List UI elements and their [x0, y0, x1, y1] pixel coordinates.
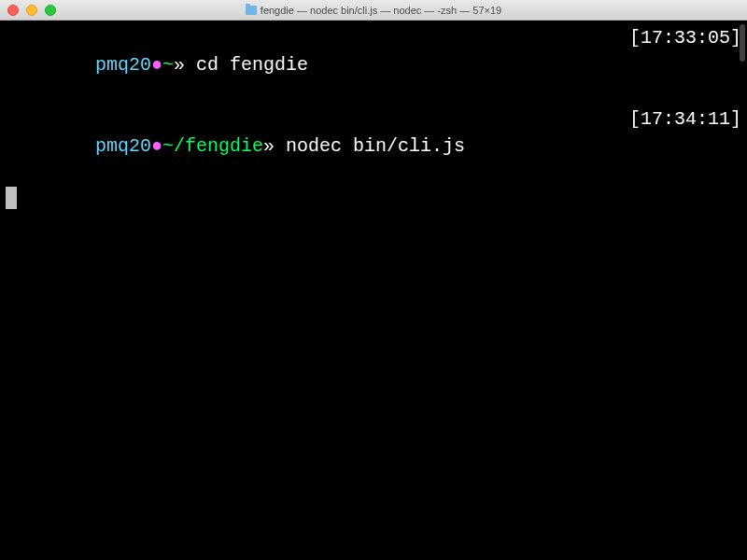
command-text: cd fengdie — [196, 54, 308, 76]
prompt-arrow: » — [174, 54, 196, 76]
prompt-dot: ● — [151, 135, 162, 157]
folder-icon — [246, 6, 257, 15]
prompt-user: pmq20 — [95, 54, 151, 76]
window-title-text: fengdie — nodec bin/cli.js — nodec — -zs… — [261, 5, 501, 16]
terminal-line — [6, 187, 741, 209]
prompt-user: pmq20 — [95, 135, 151, 157]
command-text: nodec bin/cli.js — [286, 135, 465, 157]
window-title: fengdie — nodec bin/cli.js — nodec — -zs… — [0, 5, 747, 16]
cursor — [6, 187, 17, 209]
timestamp: [17:33:05] — [629, 24, 741, 105]
terminal-window: fengdie — nodec bin/cli.js — nodec — -zs… — [0, 0, 747, 560]
terminal-body[interactable]: pmq20●~» cd fengdie [17:33:05] pmq20●~/f… — [0, 21, 747, 560]
prompt-dot: ● — [151, 54, 162, 76]
traffic-lights — [7, 5, 56, 16]
scrollbar-thumb[interactable] — [740, 24, 745, 62]
close-button[interactable] — [7, 5, 19, 16]
prompt-path: ~/fengdie — [162, 135, 263, 157]
timestamp: [17:34:11] — [629, 105, 741, 187]
maximize-button[interactable] — [45, 5, 56, 16]
terminal-line: pmq20●~/fengdie» nodec bin/cli.js [17:34… — [6, 105, 741, 187]
titlebar[interactable]: fengdie — nodec bin/cli.js — nodec — -zs… — [0, 0, 747, 21]
prompt-arrow: » — [263, 135, 286, 157]
minimize-button[interactable] — [26, 5, 37, 16]
prompt-path: ~ — [162, 54, 174, 76]
terminal-line: pmq20●~» cd fengdie [17:33:05] — [6, 24, 741, 105]
